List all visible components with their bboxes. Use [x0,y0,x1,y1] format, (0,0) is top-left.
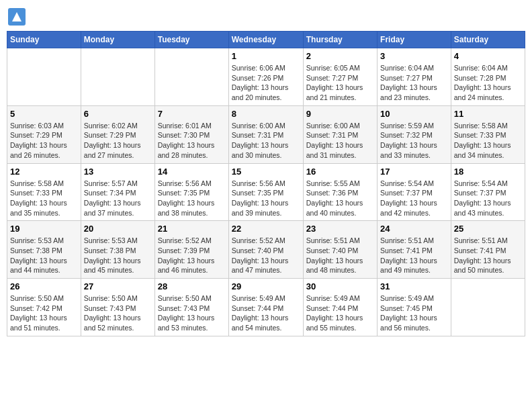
day-info: Sunrise: 6:03 AM Sunset: 7:29 PM Dayligh… [10,121,78,161]
day-info: Sunrise: 5:51 AM Sunset: 7:40 PM Dayligh… [306,236,374,275]
day-number: 14 [158,167,226,177]
day-info: Sunrise: 5:55 AM Sunset: 7:36 PM Dayligh… [306,179,374,218]
day-number: 23 [306,224,374,234]
day-info: Sunrise: 6:05 AM Sunset: 7:27 PM Dayligh… [306,63,374,103]
calendar-cell: 25Sunrise: 5:51 AM Sunset: 7:41 PM Dayli… [451,221,525,279]
day-info: Sunrise: 5:58 AM Sunset: 7:33 PM Dayligh… [454,121,522,161]
calendar-cell [7,48,81,106]
day-number: 13 [84,167,152,177]
day-header-saturday: Saturday [451,32,525,48]
day-number: 1 [232,51,300,61]
day-number: 10 [380,109,448,119]
day-number: 3 [380,51,448,61]
day-info: Sunrise: 5:56 AM Sunset: 7:35 PM Dayligh… [158,179,226,218]
calendar-cell: 4Sunrise: 6:04 AM Sunset: 7:28 PM Daylig… [451,48,525,106]
day-info: Sunrise: 5:49 AM Sunset: 7:45 PM Dayligh… [380,293,448,333]
day-info: Sunrise: 6:00 AM Sunset: 7:31 PM Dayligh… [306,121,374,161]
day-number: 30 [306,281,374,291]
day-number: 22 [232,224,300,234]
calendar-cell [81,48,154,106]
day-number: 24 [380,224,448,234]
day-info: Sunrise: 5:50 AM Sunset: 7:43 PM Dayligh… [84,293,152,333]
day-info: Sunrise: 6:00 AM Sunset: 7:31 PM Dayligh… [232,121,300,161]
calendar-cell: 14Sunrise: 5:56 AM Sunset: 7:35 PM Dayli… [154,163,228,221]
day-header-monday: Monday [81,32,154,48]
day-info: Sunrise: 5:56 AM Sunset: 7:35 PM Dayligh… [232,179,300,218]
day-info: Sunrise: 5:51 AM Sunset: 7:41 PM Dayligh… [454,236,522,275]
day-number: 21 [158,224,226,234]
day-info: Sunrise: 6:01 AM Sunset: 7:30 PM Dayligh… [158,121,226,161]
calendar-cell: 31Sunrise: 5:49 AM Sunset: 7:45 PM Dayli… [378,279,451,336]
day-number: 2 [306,51,374,61]
calendar-cell: 17Sunrise: 5:54 AM Sunset: 7:37 PM Dayli… [378,163,451,221]
day-number: 20 [84,224,152,234]
calendar-cell: 11Sunrise: 5:58 AM Sunset: 7:33 PM Dayli… [451,105,525,163]
day-number: 8 [232,109,300,119]
day-info: Sunrise: 5:50 AM Sunset: 7:42 PM Dayligh… [10,293,78,333]
page-header [7,7,525,27]
day-info: Sunrise: 6:02 AM Sunset: 7:29 PM Dayligh… [84,121,152,161]
day-number: 16 [306,167,374,177]
calendar-cell: 22Sunrise: 5:52 AM Sunset: 7:40 PM Dayli… [228,221,303,279]
calendar-cell: 23Sunrise: 5:51 AM Sunset: 7:40 PM Dayli… [303,221,377,279]
day-number: 5 [10,109,78,119]
calendar-cell: 30Sunrise: 5:49 AM Sunset: 7:44 PM Dayli… [303,279,377,336]
day-number: 7 [158,109,226,119]
day-number: 25 [454,224,522,234]
day-header-sunday: Sunday [7,32,81,48]
day-number: 6 [84,109,152,119]
day-info: Sunrise: 5:59 AM Sunset: 7:32 PM Dayligh… [380,121,448,161]
calendar-cell: 18Sunrise: 5:54 AM Sunset: 7:37 PM Dayli… [451,163,525,221]
day-header-thursday: Thursday [303,32,377,48]
day-number: 28 [158,281,226,291]
calendar-cell: 16Sunrise: 5:55 AM Sunset: 7:36 PM Dayli… [303,163,377,221]
calendar-cell: 8Sunrise: 6:00 AM Sunset: 7:31 PM Daylig… [228,105,303,163]
calendar-cell: 29Sunrise: 5:49 AM Sunset: 7:44 PM Dayli… [228,279,303,336]
day-info: Sunrise: 6:04 AM Sunset: 7:28 PM Dayligh… [454,63,522,103]
day-info: Sunrise: 5:54 AM Sunset: 7:37 PM Dayligh… [454,179,522,218]
day-info: Sunrise: 5:57 AM Sunset: 7:34 PM Dayligh… [84,179,152,218]
calendar-cell: 28Sunrise: 5:50 AM Sunset: 7:43 PM Dayli… [154,279,228,336]
calendar-cell: 5Sunrise: 6:03 AM Sunset: 7:29 PM Daylig… [7,105,81,163]
day-info: Sunrise: 5:54 AM Sunset: 7:37 PM Dayligh… [380,179,448,218]
calendar-cell: 21Sunrise: 5:52 AM Sunset: 7:39 PM Dayli… [154,221,228,279]
calendar-cell [451,279,525,336]
day-number: 4 [454,51,522,61]
day-info: Sunrise: 5:49 AM Sunset: 7:44 PM Dayligh… [232,293,300,333]
logo-icon [7,7,27,27]
calendar-cell: 13Sunrise: 5:57 AM Sunset: 7:34 PM Dayli… [81,163,154,221]
day-info: Sunrise: 5:51 AM Sunset: 7:41 PM Dayligh… [380,236,448,275]
day-number: 18 [454,167,522,177]
day-header-wednesday: Wednesday [228,32,303,48]
day-number: 17 [380,167,448,177]
day-info: Sunrise: 5:52 AM Sunset: 7:39 PM Dayligh… [158,236,226,275]
calendar-table: SundayMondayTuesdayWednesdayThursdayFrid… [7,31,525,336]
day-info: Sunrise: 5:53 AM Sunset: 7:38 PM Dayligh… [84,236,152,275]
day-info: Sunrise: 5:52 AM Sunset: 7:40 PM Dayligh… [232,236,300,275]
day-info: Sunrise: 5:49 AM Sunset: 7:44 PM Dayligh… [306,293,374,333]
calendar-cell: 20Sunrise: 5:53 AM Sunset: 7:38 PM Dayli… [81,221,154,279]
calendar-cell [154,48,228,106]
day-header-tuesday: Tuesday [154,32,228,48]
day-info: Sunrise: 6:04 AM Sunset: 7:27 PM Dayligh… [380,63,448,103]
day-number: 26 [10,281,78,291]
day-number: 9 [306,109,374,119]
day-info: Sunrise: 6:06 AM Sunset: 7:26 PM Dayligh… [232,63,300,103]
day-number: 19 [10,224,78,234]
day-info: Sunrise: 5:53 AM Sunset: 7:38 PM Dayligh… [10,236,78,275]
day-number: 12 [10,167,78,177]
calendar-cell: 6Sunrise: 6:02 AM Sunset: 7:29 PM Daylig… [81,105,154,163]
calendar-cell: 1Sunrise: 6:06 AM Sunset: 7:26 PM Daylig… [228,48,303,106]
calendar-cell: 7Sunrise: 6:01 AM Sunset: 7:30 PM Daylig… [154,105,228,163]
day-info: Sunrise: 5:50 AM Sunset: 7:43 PM Dayligh… [158,293,226,333]
day-header-friday: Friday [378,32,451,48]
calendar-cell: 2Sunrise: 6:05 AM Sunset: 7:27 PM Daylig… [303,48,377,106]
calendar-cell: 19Sunrise: 5:53 AM Sunset: 7:38 PM Dayli… [7,221,81,279]
calendar-cell: 12Sunrise: 5:58 AM Sunset: 7:33 PM Dayli… [7,163,81,221]
calendar-cell: 15Sunrise: 5:56 AM Sunset: 7:35 PM Dayli… [228,163,303,221]
logo [7,7,30,27]
day-number: 31 [380,281,448,291]
day-number: 15 [232,167,300,177]
calendar-cell: 26Sunrise: 5:50 AM Sunset: 7:42 PM Dayli… [7,279,81,336]
calendar-cell: 10Sunrise: 5:59 AM Sunset: 7:32 PM Dayli… [378,105,451,163]
